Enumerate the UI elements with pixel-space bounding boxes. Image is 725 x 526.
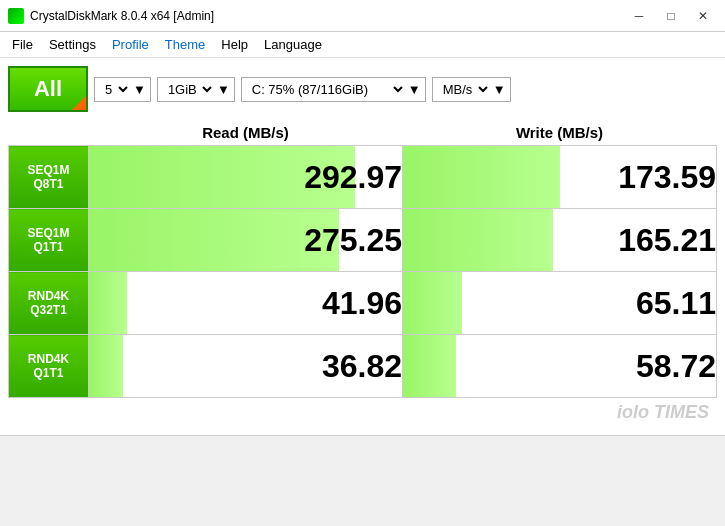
read-cell-0: 292.97: [89, 146, 403, 209]
menu-language[interactable]: Language: [256, 35, 330, 54]
drive-chevron-icon: ▼: [408, 82, 421, 97]
write-cell-0: 173.59: [403, 146, 717, 209]
write-cell-3: 58.72: [403, 335, 717, 398]
read-value-3: 36.82: [322, 348, 402, 384]
table-row: SEQ1MQ8T1 292.97 173.59: [9, 146, 717, 209]
watermark: iolo TIMES: [8, 398, 717, 427]
window-controls: ─ □ ✕: [625, 6, 717, 26]
write-value-2: 65.11: [636, 285, 716, 321]
menu-file[interactable]: File: [4, 35, 41, 54]
row-label-2: RND4KQ32T1: [9, 272, 89, 335]
unit-chevron-icon: ▼: [493, 82, 506, 97]
status-bar: [0, 435, 725, 457]
drive-select-box[interactable]: C: 75% (87/116GiB) ▼: [241, 77, 426, 102]
menu-bar: File Settings Profile Theme Help Languag…: [0, 32, 725, 58]
minimize-button[interactable]: ─: [625, 6, 653, 26]
app-icon: [8, 8, 24, 24]
table-row: SEQ1MQ1T1 275.25 165.21: [9, 209, 717, 272]
read-cell-2: 41.96: [89, 272, 403, 335]
drive-select[interactable]: C: 75% (87/116GiB): [246, 81, 406, 98]
close-button[interactable]: ✕: [689, 6, 717, 26]
read-value-0: 292.97: [304, 159, 402, 195]
size-select-box[interactable]: 1GiB ▼: [157, 77, 235, 102]
read-cell-3: 36.82: [89, 335, 403, 398]
table-row: RND4KQ1T1 36.82 58.72: [9, 335, 717, 398]
row-label-3: RND4KQ1T1: [9, 335, 89, 398]
write-cell-1: 165.21: [403, 209, 717, 272]
size-chevron-icon: ▼: [217, 82, 230, 97]
read-value-1: 275.25: [304, 222, 402, 258]
write-value-3: 58.72: [636, 348, 716, 384]
menu-help[interactable]: Help: [213, 35, 256, 54]
menu-settings[interactable]: Settings: [41, 35, 104, 54]
read-header: Read (MB/s): [89, 120, 403, 146]
title-bar: CrystalDiskMark 8.0.4 x64 [Admin] ─ □ ✕: [0, 0, 725, 32]
unit-select-box[interactable]: MB/s ▼: [432, 77, 511, 102]
read-cell-1: 275.25: [89, 209, 403, 272]
all-button[interactable]: All: [8, 66, 88, 112]
row-label-0: SEQ1MQ8T1: [9, 146, 89, 209]
label-header: [9, 120, 89, 146]
top-controls: All 5 ▼ 1GiB ▼ C: 75% (87/116GiB) ▼ MB/s…: [8, 66, 717, 112]
count-select-box[interactable]: 5 ▼: [94, 77, 151, 102]
write-header: Write (MB/s): [403, 120, 717, 146]
table-row: RND4KQ32T1 41.96 65.11: [9, 272, 717, 335]
main-content: All 5 ▼ 1GiB ▼ C: 75% (87/116GiB) ▼ MB/s…: [0, 58, 725, 435]
write-cell-2: 65.11: [403, 272, 717, 335]
unit-select[interactable]: MB/s: [437, 81, 491, 98]
benchmark-table: Read (MB/s) Write (MB/s) SEQ1MQ8T1 292.9…: [8, 120, 717, 398]
maximize-button[interactable]: □: [657, 6, 685, 26]
menu-theme[interactable]: Theme: [157, 35, 213, 54]
write-value-0: 173.59: [618, 159, 716, 195]
window-title: CrystalDiskMark 8.0.4 x64 [Admin]: [30, 9, 625, 23]
size-select[interactable]: 1GiB: [162, 81, 215, 98]
count-select[interactable]: 5: [99, 81, 131, 98]
read-value-2: 41.96: [322, 285, 402, 321]
count-chevron-icon: ▼: [133, 82, 146, 97]
row-label-1: SEQ1MQ1T1: [9, 209, 89, 272]
menu-profile[interactable]: Profile: [104, 35, 157, 54]
write-value-1: 165.21: [618, 222, 716, 258]
